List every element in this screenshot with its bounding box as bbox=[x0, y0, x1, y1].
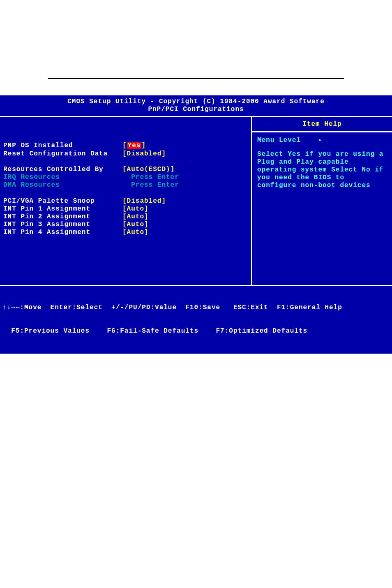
setting-value[interactable]: [Auto(ESCD)] bbox=[122, 166, 175, 174]
help-text: Select Yes if you are using a Plug and P… bbox=[257, 150, 387, 190]
setting-value[interactable]: [Auto] bbox=[122, 205, 149, 213]
bracket-open: [ bbox=[122, 142, 127, 149]
settings-panel[interactable]: PNP OS Installed[Yes]Reset Configuration… bbox=[0, 117, 252, 285]
bracket-close: ] bbox=[161, 150, 166, 157]
bracket-open: [ bbox=[122, 229, 127, 236]
arrow-right-icon: ▸ bbox=[318, 137, 323, 144]
setting-label: INT Pin 3 Assignment bbox=[3, 221, 122, 229]
setting-label: Reset Configuration Data bbox=[3, 150, 122, 158]
setting-value[interactable]: [Auto] bbox=[122, 221, 149, 229]
help-panel: Item Help Menu Level ▸ Select Yes if you… bbox=[252, 117, 392, 285]
setting-value-text: Press Enter bbox=[122, 174, 179, 181]
bios-screen: CMOS Setup Utility - Copyright (C) 1984-… bbox=[0, 95, 392, 354]
setting-row[interactable]: IRQ Resources Press Enter bbox=[3, 174, 248, 181]
setting-value[interactable]: Press Enter bbox=[122, 181, 179, 189]
bracket-close: ] bbox=[144, 221, 149, 228]
header-title-line2: PnP/PCI Configurations bbox=[0, 106, 392, 113]
setting-value-text: Disabled bbox=[127, 197, 162, 205]
setting-label: Resources Controlled By bbox=[3, 166, 122, 174]
footer-line1: ↑↓→←:Move Enter:Select +/-/PU/PD:Value F… bbox=[2, 304, 390, 312]
bracket-close: ] bbox=[161, 197, 166, 205]
setting-value[interactable]: Press Enter bbox=[122, 174, 179, 181]
setting-value-text: Press Enter bbox=[122, 181, 179, 189]
bracket-open: [ bbox=[122, 166, 127, 173]
bracket-open: [ bbox=[122, 197, 127, 205]
setting-value[interactable]: [Auto] bbox=[122, 213, 149, 221]
bracket-close: ] bbox=[141, 142, 146, 149]
bracket-close: ] bbox=[171, 166, 175, 173]
setting-row[interactable]: Resources Controlled By[Auto(ESCD)] bbox=[3, 166, 248, 174]
setting-value-text: Disabled bbox=[127, 150, 162, 157]
document-divider bbox=[48, 78, 344, 79]
setting-label: PNP OS Installed bbox=[3, 142, 122, 150]
setting-row[interactable]: PCI/VGA Palette Snoop[Disabled] bbox=[3, 197, 248, 205]
bracket-open: [ bbox=[122, 150, 127, 157]
item-help-title: Item Help bbox=[252, 117, 392, 132]
setting-row[interactable]: INT Pin 3 Assignment[Auto] bbox=[3, 221, 248, 229]
bios-header: CMOS Setup Utility - Copyright (C) 1984-… bbox=[0, 95, 392, 117]
setting-value[interactable]: [Yes] bbox=[122, 142, 146, 150]
help-body: Menu Level ▸ Select Yes if you are using… bbox=[252, 132, 392, 194]
setting-value-text: Auto bbox=[127, 205, 144, 213]
setting-value-text: Auto bbox=[127, 229, 144, 236]
bios-main-area: PNP OS Installed[Yes]Reset Configuration… bbox=[0, 117, 392, 285]
setting-row[interactable]: INT Pin 1 Assignment[Auto] bbox=[3, 205, 248, 213]
setting-value[interactable]: [Disabled] bbox=[122, 150, 166, 158]
setting-value[interactable]: [Auto] bbox=[122, 229, 149, 236]
setting-label: INT Pin 1 Assignment bbox=[3, 205, 122, 213]
setting-value[interactable]: [Disabled] bbox=[122, 197, 166, 205]
setting-label: PCI/VGA Palette Snoop bbox=[3, 197, 122, 205]
bracket-open: [ bbox=[122, 205, 127, 213]
setting-value-text: Yes bbox=[127, 142, 142, 149]
setting-value-text: Auto bbox=[127, 213, 144, 220]
setting-row[interactable]: INT Pin 4 Assignment[Auto] bbox=[3, 229, 248, 236]
setting-row[interactable]: Reset Configuration Data[Disabled] bbox=[3, 150, 248, 158]
bracket-open: [ bbox=[122, 213, 127, 220]
setting-value-text: Auto bbox=[127, 221, 144, 228]
setting-value-text: Auto(ESCD) bbox=[127, 166, 171, 173]
setting-label: DMA Resources bbox=[3, 181, 122, 189]
menu-level-label: Menu Level bbox=[257, 137, 301, 144]
setting-label: IRQ Resources bbox=[3, 174, 122, 181]
header-title-line1: CMOS Setup Utility - Copyright (C) 1984-… bbox=[0, 98, 392, 106]
blank-row bbox=[3, 158, 248, 166]
setting-row[interactable]: INT Pin 2 Assignment[Auto] bbox=[3, 213, 248, 221]
bios-footer: ↑↓→←:Move Enter:Select +/-/PU/PD:Value F… bbox=[0, 285, 392, 354]
blank-row bbox=[3, 190, 248, 197]
bracket-close: ] bbox=[144, 213, 149, 220]
setting-label: INT Pin 2 Assignment bbox=[3, 213, 122, 221]
setting-label: INT Pin 4 Assignment bbox=[3, 229, 122, 236]
bracket-open: [ bbox=[122, 221, 127, 228]
menu-level: Menu Level ▸ bbox=[257, 137, 387, 144]
bracket-close: ] bbox=[144, 205, 149, 213]
setting-row[interactable]: PNP OS Installed[Yes] bbox=[3, 142, 248, 150]
bracket-close: ] bbox=[144, 229, 149, 236]
footer-line2: F5:Previous Values F6:Fail-Safe Defaults… bbox=[2, 327, 390, 335]
setting-row[interactable]: DMA Resources Press Enter bbox=[3, 181, 248, 189]
